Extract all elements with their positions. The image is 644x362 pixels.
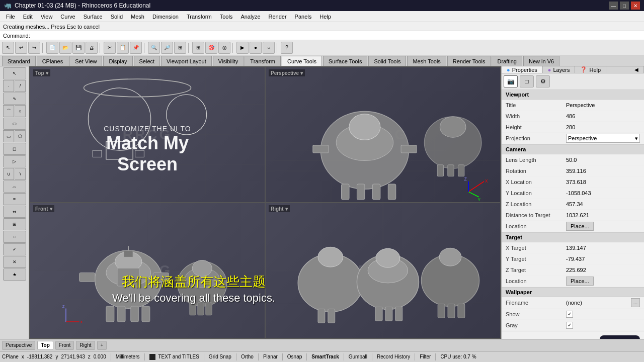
cut-btn[interactable]: ✂ [104,42,116,54]
panel-tab-properties[interactable]: ● Properties [502,66,543,73]
viewport-right[interactable]: Right ▾ RRCG [266,203,500,338]
tab-render-tools[interactable]: Render Tools [447,56,491,66]
menu-help[interactable]: Help [315,11,335,22]
tool-delete[interactable]: ✕ [3,256,26,268]
vp-front-dropdown[interactable]: ▾ [50,206,52,212]
panel-icon-material[interactable]: ⚙ [536,75,550,87]
close-button[interactable]: ✕ [631,2,640,10]
tool-select[interactable]: ↖ [3,67,26,79]
tab-display[interactable]: Display [103,56,132,66]
tool-ellipse[interactable]: ⬭ [3,118,26,130]
paste-btn[interactable]: 📌 [130,42,142,54]
tool-line[interactable]: / [15,80,26,92]
tool-curve[interactable]: ∿ [3,93,26,105]
vptab-top[interactable]: Top [37,341,53,350]
redo-btn[interactable]: ↪ [28,42,40,54]
prop-projection-dropdown[interactable]: Perspective ▾ [566,134,640,143]
menu-tools[interactable]: Tools [216,11,237,22]
maximize-button[interactable]: □ [620,2,629,10]
viewport-top[interactable]: Top ▾ RRCG [30,67,265,202]
new-btn[interactable]: 📄 [46,42,58,54]
menu-file[interactable]: File [2,11,19,22]
vptab-perspective[interactable]: Perspective [2,341,35,350]
menu-surface[interactable]: Surface [79,11,107,22]
panel-collapse-btn[interactable]: ◀ [629,66,644,73]
vp-perspective-label[interactable]: Perspective ▾ [269,69,305,76]
tab-new-v6[interactable]: New in V6 [523,56,559,66]
tab-viewport-layout[interactable]: Viewport Layout [161,56,212,66]
tab-solid-tools[interactable]: Solid Tools [368,56,406,66]
menu-mesh[interactable]: Mesh [127,11,148,22]
panel-tab-help[interactable]: ❓ Help [575,66,606,73]
tool-mirror[interactable]: ⇔ [3,206,26,218]
tab-setview[interactable]: Set View [69,56,102,66]
minimize-button[interactable]: — [609,2,618,10]
tool-boolean-diff[interactable]: ∖ [15,168,26,180]
undo-btn[interactable]: ↩ [15,42,27,54]
tab-cplanes[interactable]: CPlanes [37,56,69,66]
tab-curve-tools[interactable]: Curve Tools [282,56,322,66]
filename-browse-button[interactable]: … [631,298,640,307]
vp-right-dropdown[interactable]: ▾ [285,206,288,212]
snap-btn[interactable]: 🎯 [205,42,217,54]
tool-offset[interactable]: ≡ [3,193,26,205]
osnap-btn[interactable]: ◎ [218,42,230,54]
menu-transform[interactable]: Transform [183,11,216,22]
record-history-btn[interactable]: Record History [377,354,410,359]
tool-star[interactable]: ★ [3,268,26,281]
vp-front-label[interactable]: Front ▾ [33,205,54,212]
menu-dimension[interactable]: Dimension [148,11,183,22]
vp-right-label[interactable]: Right ▾ [269,205,290,212]
copy-btn[interactable]: 📋 [117,42,129,54]
menu-analyze[interactable]: Analyze [236,11,264,22]
tool-circle[interactable]: ○ [15,105,26,117]
select-tool[interactable]: ↖ [2,42,14,54]
vp-top-label[interactable]: Top ▾ [33,69,50,76]
vp-perspective-dropdown[interactable]: ▾ [300,70,303,76]
tool-surface[interactable]: ◻ [3,143,26,155]
tab-surface-tools[interactable]: Surface Tools [323,56,367,66]
tool-dimension[interactable]: ↔ [3,231,26,243]
save-btn[interactable]: 💾 [72,42,85,54]
tool-rect[interactable]: ▭ [3,130,14,142]
show-checkbox[interactable]: ✓ [566,311,573,318]
help-btn[interactable]: ? [281,42,293,54]
viewport-perspective[interactable]: Perspective ▾ RRCG [266,67,500,202]
print-btn[interactable]: 🖨 [86,42,98,54]
tool-check[interactable]: ✓ [3,243,26,255]
tab-visibility[interactable]: Visibility [213,56,244,66]
grid-snap-btn[interactable]: Grid Snap [209,354,231,359]
target-place-button[interactable]: Place... [566,277,594,286]
menu-solid[interactable]: Solid [107,11,127,22]
tab-transform[interactable]: Transform [245,56,281,66]
gumball-btn[interactable]: Gumball [349,354,367,359]
tab-select[interactable]: Select [134,56,160,66]
tool-array[interactable]: ⊞ [3,218,26,230]
panel-tab-layers[interactable]: ● Layers [543,66,576,73]
planar-btn[interactable]: Planar [263,354,278,359]
zoom-in-btn[interactable]: 🔍 [148,42,160,54]
vptab-add[interactable]: + [97,341,107,350]
smarttrack-btn[interactable]: SmartTrack [311,354,339,359]
vp-top-dropdown[interactable]: ▾ [46,70,48,76]
shade-btn[interactable]: ● [250,42,262,54]
tool-arc[interactable]: ⌒ [3,105,14,117]
vptab-right[interactable]: Right [76,341,95,350]
zoom-out-btn[interactable]: 🔎 [161,42,173,54]
gray-checkbox[interactable]: ✓ [566,322,573,329]
tool-poly[interactable]: ⬡ [15,130,26,142]
cam-place-button[interactable]: Place... [566,222,594,231]
filter-btn[interactable]: Filter [420,354,431,359]
menu-view[interactable]: View [37,11,57,22]
vptab-front[interactable]: Front [55,341,74,350]
menu-panels[interactable]: Panels [291,11,316,22]
tab-standard[interactable]: Standard [2,56,36,66]
tool-fillet[interactable]: ⌓ [3,180,26,193]
panel-icon-object[interactable]: □ [520,75,534,87]
tab-mesh-tools[interactable]: Mesh Tools [407,56,446,66]
wire-btn[interactable]: ○ [263,42,275,54]
tool-extrude[interactable]: ▷ [3,155,26,167]
menu-edit[interactable]: Edit [19,11,37,22]
ortho-btn[interactable]: Ortho [241,354,254,359]
osnap-btn[interactable]: Osnap [287,354,302,359]
